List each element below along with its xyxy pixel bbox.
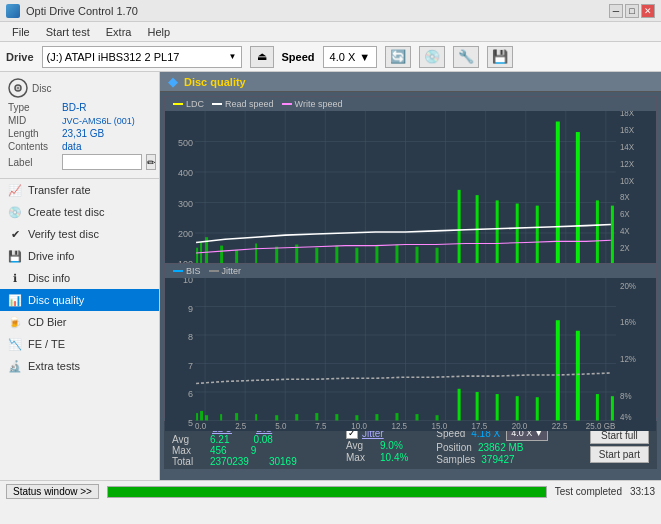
- svg-rect-127: [536, 397, 539, 420]
- close-button[interactable]: ✕: [641, 4, 655, 18]
- svg-rect-63: [516, 204, 519, 264]
- svg-text:20%: 20%: [620, 281, 637, 290]
- disc-section-label: Disc: [32, 83, 51, 94]
- ldc-legend-item: LDC: [173, 99, 204, 109]
- sidebar-item-disc-quality[interactable]: 📊 Disc quality: [0, 289, 159, 311]
- drive-eject-button[interactable]: ⏏: [250, 46, 274, 68]
- jitter-legend-item: Jitter: [209, 266, 242, 276]
- svg-rect-45: [196, 248, 198, 264]
- refresh-button[interactable]: 🔄: [385, 46, 411, 68]
- app-title: Opti Drive Control 1.70: [26, 5, 138, 17]
- svg-rect-121: [416, 414, 419, 420]
- bis-avg: 0.08: [253, 434, 272, 445]
- sidebar-item-verify-test-disc[interactable]: ✔ Verify test disc: [0, 223, 159, 245]
- max-label: Max: [172, 445, 202, 456]
- menu-start-test[interactable]: Start test: [38, 24, 98, 40]
- disc-label-input[interactable]: [62, 154, 142, 170]
- svg-text:300: 300: [178, 199, 193, 209]
- disc-contents-label: Contents: [8, 141, 58, 152]
- disc-quality-header-icon: ◆: [168, 74, 178, 89]
- progress-bar-fill: [108, 487, 546, 497]
- svg-rect-118: [355, 415, 358, 420]
- bis-chart-svg: 10 9 8 7 6 5 20% 16% 12% 8% 4% 0.0 2.5 5…: [165, 278, 656, 431]
- menu-bar: File Start test Extra Help: [0, 22, 661, 42]
- svg-rect-115: [295, 414, 298, 420]
- disc-type-label: Type: [8, 102, 58, 113]
- menu-help[interactable]: Help: [139, 24, 178, 40]
- status-window-button[interactable]: Status window >>: [6, 484, 99, 499]
- svg-text:0.0: 0.0: [195, 422, 207, 431]
- disc-quality-icon: 📊: [8, 293, 22, 307]
- avg-label: Avg: [172, 434, 202, 445]
- write-speed-legend-label: Write speed: [295, 99, 343, 109]
- disc-mid-label: MID: [8, 115, 58, 126]
- minimize-button[interactable]: ─: [609, 4, 623, 18]
- total-row: Total 2370239 30169: [172, 456, 322, 467]
- bis-chart-header: BIS Jitter: [165, 264, 656, 278]
- svg-text:8X: 8X: [620, 193, 630, 202]
- settings-button2[interactable]: 🔧: [453, 46, 479, 68]
- svg-text:18X: 18X: [620, 111, 635, 118]
- content-area: ◆ Disc quality LDC Read speed: [160, 72, 661, 480]
- disc-label-row: Label ✏: [8, 154, 151, 170]
- position-label: Position: [436, 442, 472, 453]
- jitter-avg-label: Avg: [346, 440, 376, 451]
- app-icon: [6, 4, 20, 18]
- speed-dropdown[interactable]: 4.0 X ▼: [323, 46, 378, 68]
- svg-text:10: 10: [183, 278, 193, 285]
- sidebar-item-disc-info[interactable]: ℹ Disc info: [0, 267, 159, 289]
- svg-rect-56: [375, 246, 378, 264]
- disc-mid-value: JVC-AMS6L (001): [62, 116, 135, 126]
- read-speed-legend-item: Read speed: [212, 99, 274, 109]
- svg-rect-53: [315, 248, 318, 264]
- ldc-total: 2370239: [210, 456, 249, 467]
- jitter-legend-dot: [209, 270, 219, 272]
- sidebar-item-transfer-rate[interactable]: 📈 Transfer rate: [0, 179, 159, 201]
- svg-text:20.0: 20.0: [512, 422, 528, 431]
- settings-button1[interactable]: 💿: [419, 46, 445, 68]
- start-part-button[interactable]: Start part: [590, 446, 649, 463]
- sidebar-item-create-test-disc[interactable]: 💿 Create test disc: [0, 201, 159, 223]
- disc-mid-row: MID JVC-AMS6L (001): [8, 115, 151, 126]
- total-label: Total: [172, 456, 202, 467]
- svg-rect-57: [395, 245, 398, 264]
- sidebar-item-drive-info[interactable]: 💾 Drive info: [0, 245, 159, 267]
- menu-file[interactable]: File: [4, 24, 38, 40]
- save-button[interactable]: 💾: [487, 46, 513, 68]
- ldc-chart-header: LDC Read speed Write speed: [165, 97, 656, 111]
- svg-text:8: 8: [188, 332, 193, 342]
- svg-rect-128: [556, 320, 560, 420]
- disc-info-icon: ℹ: [8, 271, 22, 285]
- progress-bar-container: [107, 486, 547, 498]
- samples-label: Samples: [436, 454, 475, 465]
- svg-rect-119: [375, 414, 378, 420]
- read-speed-legend-label: Read speed: [225, 99, 274, 109]
- samples-value: 379427: [481, 454, 514, 465]
- drive-dropdown[interactable]: (J:) ATAPI iHBS312 2 PL17 ▼: [42, 46, 242, 68]
- svg-rect-125: [496, 394, 499, 420]
- maximize-button[interactable]: □: [625, 4, 639, 18]
- jitter-avg-row: Avg 9.0%: [346, 440, 408, 451]
- svg-rect-117: [335, 414, 338, 420]
- svg-text:7.5: 7.5: [315, 422, 327, 431]
- menu-extra[interactable]: Extra: [98, 24, 140, 40]
- ldc-chart-wrapper: LDC Read speed Write speed: [164, 96, 657, 261]
- svg-text:16%: 16%: [620, 318, 637, 327]
- disc-length-value: 23,31 GB: [62, 128, 104, 139]
- speed-label: Speed: [282, 51, 315, 63]
- sidebar-item-drive-info-label: Drive info: [28, 250, 74, 262]
- read-speed-legend-dot: [212, 103, 222, 105]
- disc-label-button[interactable]: ✏: [146, 154, 156, 170]
- sidebar-item-extra-tests[interactable]: 🔬 Extra tests: [0, 355, 159, 377]
- svg-text:12X: 12X: [620, 160, 635, 169]
- sidebar-item-disc-quality-label: Disc quality: [28, 294, 84, 306]
- sidebar-item-cd-bier[interactable]: 🍺 CD Bier: [0, 311, 159, 333]
- svg-rect-124: [476, 392, 479, 420]
- create-test-disc-icon: 💿: [8, 205, 22, 219]
- sidebar-item-create-test-disc-label: Create test disc: [28, 206, 104, 218]
- svg-text:6X: 6X: [620, 210, 630, 219]
- svg-rect-58: [416, 247, 419, 264]
- jitter-max: 10.4%: [380, 452, 408, 463]
- sidebar-item-fe-te[interactable]: 📉 FE / TE: [0, 333, 159, 355]
- svg-text:4%: 4%: [620, 413, 632, 422]
